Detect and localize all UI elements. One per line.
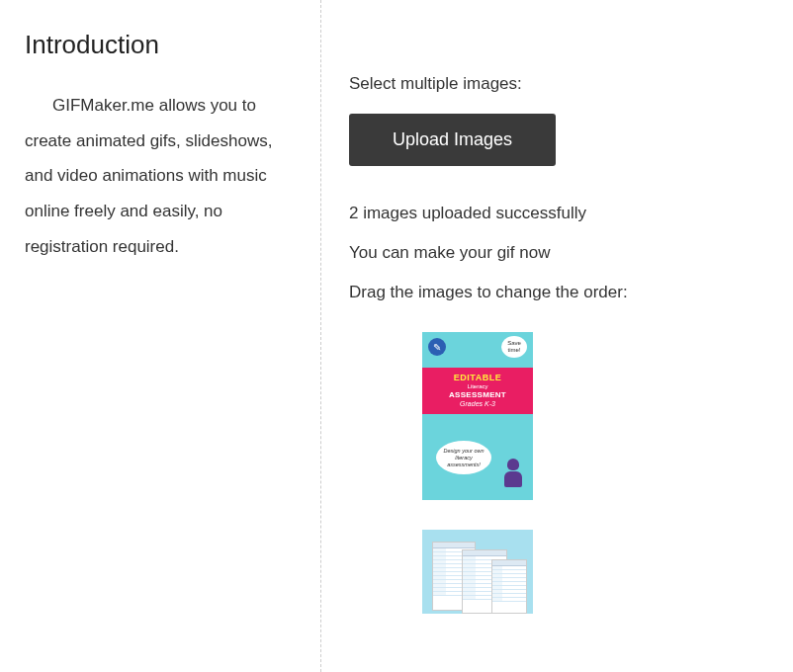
image-thumbnail-1[interactable]: ✎ Save time! EDITABLE Literacy ASSESSMEN…: [422, 332, 533, 500]
thumb1-main-block: EDITABLE Literacy ASSESSMENT Grades K-3: [422, 368, 533, 414]
thumb1-line-editable: EDITABLE: [426, 373, 529, 382]
thumb1-bubble-top: Save time!: [501, 336, 527, 358]
image-thumbnail-list: ✎ Save time! EDITABLE Literacy ASSESSMEN…: [349, 332, 606, 614]
intro-heading: Introduction: [25, 30, 296, 60]
thumb1-line-grades: Grades K-3: [426, 400, 529, 407]
select-images-label: Select multiple images:: [349, 74, 765, 94]
thumb1-person-icon: [501, 459, 525, 492]
intro-panel: Introduction GIFMaker.me allows you to c…: [0, 0, 321, 672]
thumb1-corner-icon: ✎: [428, 338, 446, 356]
upload-ready-status: You can make your gif now: [349, 243, 765, 263]
intro-paragraph: GIFMaker.me allows you to create animate…: [25, 88, 296, 264]
thumb2-sheet-3: [491, 559, 527, 614]
thumb1-bubble-bottom: Design your own literacy assessments!: [436, 441, 491, 474]
thumb1-line-literacy: Literacy: [426, 383, 529, 389]
upload-panel: Select multiple images: Upload Images 2 …: [321, 0, 793, 672]
drag-order-label: Drag the images to change the order:: [349, 283, 765, 302]
upload-images-button[interactable]: Upload Images: [349, 114, 556, 166]
image-thumbnail-2[interactable]: [422, 530, 533, 614]
thumb1-line-assessment: ASSESSMENT: [426, 390, 529, 399]
upload-count-status: 2 images uploaded successfully: [349, 204, 765, 223]
